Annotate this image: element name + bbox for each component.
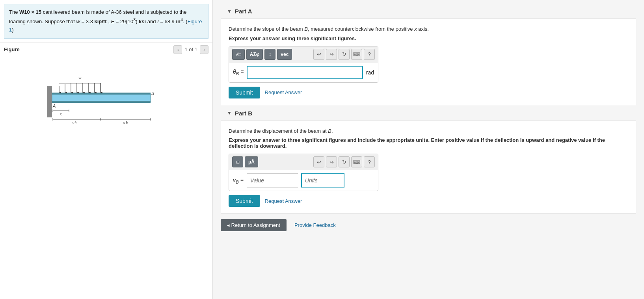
- part-b-keyboard-button[interactable]: ⌨: [351, 156, 362, 167]
- part-b-input-row: vB =: [229, 170, 378, 191]
- provide-feedback-link[interactable]: Provide Feedback: [294, 222, 336, 228]
- right-panel: ▼ Part A Determine the slope of the beam…: [213, 0, 644, 299]
- left-panel: The W10 × 15 cantilevered beam is made o…: [0, 0, 213, 299]
- part-a-toolbar-row: √□ ΑΣφ ↕ vec ↩ ↪ ↻ ⌨ ?: [229, 46, 378, 63]
- part-a-body: Determine the slope of the beam B, measu…: [221, 19, 636, 105]
- part-a-sqrt-button[interactable]: √□: [232, 49, 245, 60]
- part-b-submit-button[interactable]: Submit: [229, 195, 260, 207]
- part-b-undo-button[interactable]: ↩: [313, 156, 324, 167]
- part-a-header[interactable]: ▼ Part A: [221, 4, 636, 19]
- svg-text:B: B: [151, 91, 154, 96]
- part-a-action-row: Submit Request Answer: [229, 87, 628, 98]
- figure-content: w A: [0, 56, 212, 299]
- part-a-collapse-arrow: ▼: [227, 9, 232, 14]
- svg-text:A: A: [52, 104, 56, 108]
- part-b-units-input[interactable]: [301, 173, 344, 188]
- part-a-redo-button[interactable]: ↪: [326, 49, 337, 60]
- figure-nav: ‹ 1 of 1 ›: [173, 45, 208, 54]
- part-b-refresh-button[interactable]: ↻: [339, 156, 350, 167]
- part-a-refresh-button[interactable]: ↻: [339, 49, 350, 60]
- part-a-undo-button[interactable]: ↩: [313, 49, 324, 60]
- part-a-input-row: θB = rad: [229, 63, 378, 82]
- part-b-answer-note: Express your answer to three significant…: [229, 137, 628, 149]
- svg-text:x: x: [60, 112, 62, 116]
- part-b-collapse-arrow: ▼: [227, 110, 232, 116]
- problem-statement: The W10 × 15 cantilevered beam is made o…: [4, 4, 208, 39]
- bottom-bar: ◂ Return to Assignment Provide Feedback: [221, 214, 636, 235]
- return-to-assignment-button[interactable]: ◂ Return to Assignment: [221, 219, 287, 231]
- part-a-submit-button[interactable]: Submit: [229, 87, 260, 98]
- part-a-updown-button[interactable]: ↕: [264, 49, 275, 60]
- svg-text:w: w: [78, 76, 81, 80]
- prev-figure-button[interactable]: ‹: [173, 45, 182, 54]
- problem-text: The W10 × 15 cantilevered beam is made o…: [9, 9, 202, 33]
- part-a-answer-note: Express your answer using three signific…: [229, 35, 628, 41]
- part-b-request-answer-link[interactable]: Request Answer: [265, 198, 302, 204]
- part-b-action-row: Submit Request Answer: [229, 195, 628, 207]
- part-b-help-button[interactable]: ?: [364, 156, 375, 167]
- svg-rect-11: [52, 101, 151, 103]
- beam-figure-svg: w A: [47, 68, 166, 127]
- svg-rect-10: [52, 93, 151, 95]
- figure-area: Figure ‹ 1 of 1 ›: [0, 43, 212, 299]
- part-a-unit-label: rad: [366, 69, 374, 76]
- part-b-value-input[interactable]: [247, 173, 298, 188]
- part-b-header[interactable]: ▼ Part B: [221, 106, 636, 121]
- part-b-toolbar-row: ⊞ μÅ ↩ ↪ ↻ ⌨ ?: [229, 154, 378, 170]
- part-a-keyboard-button[interactable]: ⌨: [351, 49, 362, 60]
- part-b-eq-label: vB =: [233, 177, 244, 184]
- part-a-answer-input[interactable]: [247, 66, 363, 79]
- part-b-grid-button[interactable]: ⊞: [232, 156, 243, 167]
- svg-rect-9: [52, 94, 151, 102]
- part-b-label: Part B: [235, 110, 252, 117]
- page-indicator: 1 of 1: [184, 46, 197, 52]
- part-b-redo-button[interactable]: ↪: [326, 156, 337, 167]
- part-b-instruction: Determine the displacement of the beam a…: [229, 127, 628, 135]
- part-a-vec-button[interactable]: vec: [277, 49, 292, 60]
- figure-header: Figure ‹ 1 of 1 ›: [0, 43, 212, 56]
- part-b-math-toolbar: ⊞ μÅ ↩ ↪ ↻ ⌨ ? vB =: [229, 154, 378, 191]
- part-b-mua-button[interactable]: μÅ: [245, 156, 258, 167]
- part-a-asigma-button[interactable]: ΑΣφ: [246, 49, 263, 60]
- part-b-body: Determine the displacement of the beam a…: [221, 121, 636, 214]
- svg-text:6 ft: 6 ft: [71, 121, 76, 125]
- part-a-help-button[interactable]: ?: [364, 49, 375, 60]
- part-a-label: Part A: [235, 8, 252, 15]
- part-a-math-toolbar: √□ ΑΣφ ↕ vec ↩ ↪ ↻ ⌨ ? θB = rad: [229, 46, 378, 83]
- svg-text:6 ft: 6 ft: [123, 121, 128, 125]
- part-a-instruction: Determine the slope of the beam B, measu…: [229, 25, 628, 33]
- part-a-section: ▼ Part A Determine the slope of the beam…: [221, 4, 636, 105]
- svg-rect-0: [47, 86, 52, 117]
- part-a-eq-label: θB =: [233, 69, 244, 76]
- next-figure-button[interactable]: ›: [200, 45, 208, 54]
- figure-title: Figure: [4, 46, 20, 52]
- part-a-request-answer-link[interactable]: Request Answer: [265, 89, 302, 95]
- part-b-section: ▼ Part B Determine the displacement of t…: [221, 106, 636, 214]
